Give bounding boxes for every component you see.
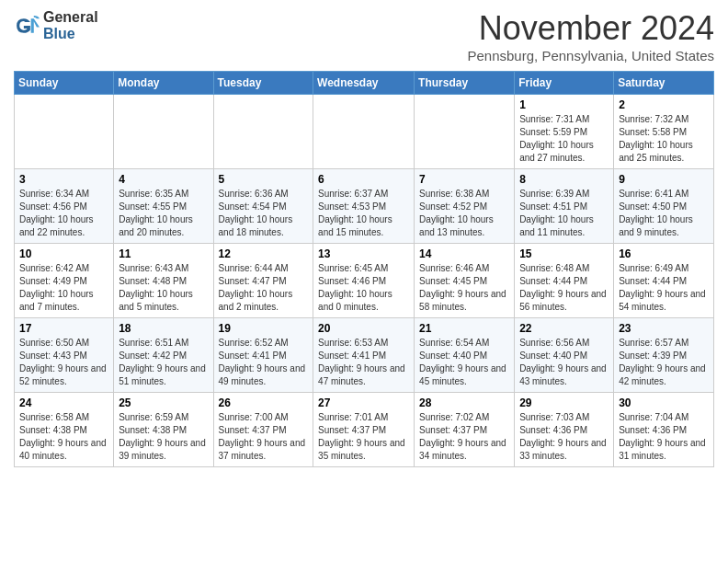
day-number: 11	[119, 247, 208, 260]
calendar-cell: 18Sunrise: 6:51 AMSunset: 4:42 PMDayligh…	[114, 318, 213, 393]
day-number: 10	[19, 247, 108, 260]
day-of-week-header: Thursday	[415, 72, 515, 95]
day-info: Sunrise: 7:00 AMSunset: 4:37 PMDaylight:…	[219, 411, 309, 463]
calendar-cell: 5Sunrise: 6:36 AMSunset: 4:54 PMDaylight…	[213, 169, 313, 244]
calendar-cell: 17Sunrise: 6:50 AMSunset: 4:43 PMDayligh…	[15, 318, 114, 393]
day-info: Sunrise: 6:44 AMSunset: 4:47 PMDaylight:…	[219, 262, 309, 314]
day-info: Sunrise: 6:41 AMSunset: 4:50 PMDaylight:…	[619, 188, 709, 239]
calendar-cell: 27Sunrise: 7:01 AMSunset: 4:37 PMDayligh…	[313, 393, 415, 467]
day-number: 12	[219, 247, 309, 260]
day-number: 5	[219, 173, 309, 186]
day-of-week-header: Wednesday	[313, 72, 415, 95]
day-info: Sunrise: 6:42 AMSunset: 4:49 PMDaylight:…	[19, 262, 108, 314]
day-number: 9	[619, 173, 709, 186]
day-info: Sunrise: 7:01 AMSunset: 4:37 PMDaylight:…	[318, 411, 409, 463]
logo-icon	[14, 13, 40, 39]
day-number: 18	[119, 322, 208, 335]
logo: General Blue	[14, 9, 98, 41]
calendar-cell: 1Sunrise: 7:31 AMSunset: 5:59 PMDaylight…	[515, 95, 614, 169]
day-info: Sunrise: 7:03 AMSunset: 4:36 PMDaylight:…	[519, 411, 609, 463]
calendar-cell: 6Sunrise: 6:37 AMSunset: 4:53 PMDaylight…	[313, 169, 415, 244]
calendar-cell: 15Sunrise: 6:48 AMSunset: 4:44 PMDayligh…	[515, 244, 614, 318]
calendar-cell: 30Sunrise: 7:04 AMSunset: 4:36 PMDayligh…	[614, 393, 714, 467]
calendar-cell	[213, 95, 313, 169]
logo-text: General Blue	[43, 9, 98, 41]
day-number: 30	[619, 396, 709, 409]
day-info: Sunrise: 6:36 AMSunset: 4:54 PMDaylight:…	[219, 188, 309, 239]
day-info: Sunrise: 7:04 AMSunset: 4:36 PMDaylight:…	[619, 411, 709, 463]
day-info: Sunrise: 6:45 AMSunset: 4:46 PMDaylight:…	[318, 262, 409, 314]
day-number: 7	[419, 173, 509, 186]
day-info: Sunrise: 6:39 AMSunset: 4:51 PMDaylight:…	[519, 188, 609, 239]
calendar-cell	[415, 95, 515, 169]
day-number: 19	[219, 322, 309, 335]
day-number: 20	[318, 322, 409, 335]
day-info: Sunrise: 6:38 AMSunset: 4:52 PMDaylight:…	[419, 188, 509, 239]
calendar-cell	[114, 95, 213, 169]
day-number: 15	[519, 247, 609, 260]
day-info: Sunrise: 6:58 AMSunset: 4:38 PMDaylight:…	[19, 411, 108, 463]
calendar-cell: 7Sunrise: 6:38 AMSunset: 4:52 PMDaylight…	[415, 169, 515, 244]
day-info: Sunrise: 6:57 AMSunset: 4:39 PMDaylight:…	[619, 337, 709, 388]
day-number: 3	[19, 173, 108, 186]
calendar-cell: 19Sunrise: 6:52 AMSunset: 4:41 PMDayligh…	[213, 318, 313, 393]
day-number: 23	[619, 322, 709, 335]
calendar-cell: 28Sunrise: 7:02 AMSunset: 4:37 PMDayligh…	[415, 393, 515, 467]
day-number: 14	[419, 247, 509, 260]
calendar-cell: 2Sunrise: 7:32 AMSunset: 5:58 PMDaylight…	[614, 95, 714, 169]
month-title: November 2024	[468, 9, 715, 48]
day-info: Sunrise: 6:54 AMSunset: 4:40 PMDaylight:…	[419, 337, 509, 388]
day-number: 17	[19, 322, 108, 335]
day-info: Sunrise: 6:37 AMSunset: 4:53 PMDaylight:…	[318, 188, 409, 239]
day-number: 25	[119, 396, 208, 409]
calendar-cell: 21Sunrise: 6:54 AMSunset: 4:40 PMDayligh…	[415, 318, 515, 393]
day-number: 4	[119, 173, 208, 186]
calendar-cell: 29Sunrise: 7:03 AMSunset: 4:36 PMDayligh…	[515, 393, 614, 467]
day-number: 16	[619, 247, 709, 260]
calendar-cell: 23Sunrise: 6:57 AMSunset: 4:39 PMDayligh…	[614, 318, 714, 393]
day-info: Sunrise: 6:51 AMSunset: 4:42 PMDaylight:…	[119, 337, 208, 388]
calendar-cell: 4Sunrise: 6:35 AMSunset: 4:55 PMDaylight…	[114, 169, 213, 244]
day-info: Sunrise: 7:31 AMSunset: 5:59 PMDaylight:…	[519, 113, 609, 165]
calendar-table: SundayMondayTuesdayWednesdayThursdayFrid…	[14, 71, 714, 467]
day-of-week-header: Sunday	[15, 72, 114, 95]
day-info: Sunrise: 6:35 AMSunset: 4:55 PMDaylight:…	[119, 188, 208, 239]
page-header: General Blue November 2024 Pennsburg, Pe…	[14, 9, 714, 63]
day-info: Sunrise: 6:59 AMSunset: 4:38 PMDaylight:…	[119, 411, 208, 463]
day-info: Sunrise: 6:52 AMSunset: 4:41 PMDaylight:…	[219, 337, 309, 388]
calendar-cell: 12Sunrise: 6:44 AMSunset: 4:47 PMDayligh…	[213, 244, 313, 318]
day-of-week-header: Tuesday	[213, 72, 313, 95]
day-of-week-header: Friday	[515, 72, 614, 95]
calendar-cell	[313, 95, 415, 169]
calendar-cell: 3Sunrise: 6:34 AMSunset: 4:56 PMDaylight…	[15, 169, 114, 244]
calendar-cell: 26Sunrise: 7:00 AMSunset: 4:37 PMDayligh…	[213, 393, 313, 467]
day-info: Sunrise: 6:46 AMSunset: 4:45 PMDaylight:…	[419, 262, 509, 314]
day-info: Sunrise: 6:48 AMSunset: 4:44 PMDaylight:…	[519, 262, 609, 314]
calendar-header: SundayMondayTuesdayWednesdayThursdayFrid…	[15, 72, 714, 95]
day-number: 21	[419, 322, 509, 335]
calendar-cell: 24Sunrise: 6:58 AMSunset: 4:38 PMDayligh…	[15, 393, 114, 467]
day-info: Sunrise: 6:53 AMSunset: 4:41 PMDaylight:…	[318, 337, 409, 388]
calendar-cell: 16Sunrise: 6:49 AMSunset: 4:44 PMDayligh…	[614, 244, 714, 318]
calendar-cell: 8Sunrise: 6:39 AMSunset: 4:51 PMDaylight…	[515, 169, 614, 244]
day-info: Sunrise: 7:02 AMSunset: 4:37 PMDaylight:…	[419, 411, 509, 463]
day-number: 29	[519, 396, 609, 409]
day-info: Sunrise: 7:32 AMSunset: 5:58 PMDaylight:…	[619, 113, 709, 165]
calendar-cell: 9Sunrise: 6:41 AMSunset: 4:50 PMDaylight…	[614, 169, 714, 244]
day-number: 26	[219, 396, 309, 409]
day-of-week-header: Monday	[114, 72, 213, 95]
day-info: Sunrise: 6:49 AMSunset: 4:44 PMDaylight:…	[619, 262, 709, 314]
day-number: 22	[519, 322, 609, 335]
calendar-cell: 25Sunrise: 6:59 AMSunset: 4:38 PMDayligh…	[114, 393, 213, 467]
calendar-cell	[15, 95, 114, 169]
day-info: Sunrise: 6:43 AMSunset: 4:48 PMDaylight:…	[119, 262, 208, 314]
calendar-cell: 11Sunrise: 6:43 AMSunset: 4:48 PMDayligh…	[114, 244, 213, 318]
calendar-cell: 22Sunrise: 6:56 AMSunset: 4:40 PMDayligh…	[515, 318, 614, 393]
day-number: 13	[318, 247, 409, 260]
location: Pennsburg, Pennsylvania, United States	[468, 48, 715, 63]
day-info: Sunrise: 6:34 AMSunset: 4:56 PMDaylight:…	[19, 188, 108, 239]
title-block: November 2024 Pennsburg, Pennsylvania, U…	[468, 9, 715, 63]
day-number: 8	[519, 173, 609, 186]
day-number: 6	[318, 173, 409, 186]
day-number: 2	[619, 98, 709, 111]
